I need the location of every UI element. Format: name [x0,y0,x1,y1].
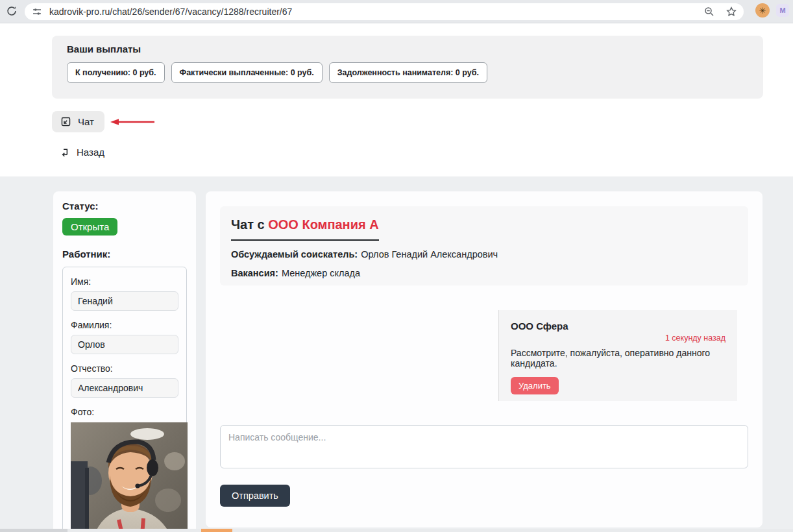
candidate-line: Обсуждаемый соискатель:Орлов Генадий Але… [231,249,737,260]
middle-name-field[interactable] [71,378,178,398]
payment-employer-debt-button[interactable]: Задолженность нанимателя: 0 руб. [329,62,487,83]
vacancy-line: Вакансия:Менеджер склада [231,268,737,278]
worker-photo [71,422,188,532]
extension-orange-icon[interactable]: ✳ [755,3,770,18]
app-screen: kadrovik-pro.ru/chat/26/sender/67/vacanc… [0,0,793,532]
chat-title: Чат с ООО Компания А [231,217,379,241]
delete-message-button[interactable]: Удалить [511,377,559,394]
payment-actually-paid-button[interactable]: Фактически выплаченные: 0 руб. [171,62,323,83]
browser-extensions: ✳ M [755,3,789,18]
zoom-out-icon[interactable] [703,6,715,18]
vacancy-sidebar-card: Статус: Открыта Работник: Имя: Фамилия: … [53,191,196,532]
page-top-section: Ваши выплаты К получению: 0 руб. Фактиче… [0,23,793,176]
bookmark-star-icon[interactable] [726,6,737,18]
back-return-icon [60,147,70,158]
chat-company-name: ООО Компания А [268,217,378,232]
chat-title-prefix: Чат с [231,217,265,232]
chat-button-label: Чат [78,116,94,127]
open-chat-icon [60,116,71,127]
extension-purple-icon[interactable]: M [776,4,789,17]
address-bar[interactable]: kadrovik-pro.ru/chat/26/sender/67/vacanc… [25,3,744,20]
worker-label: Работник: [62,248,187,260]
chat-card: Чат с ООО Компания А Обсуждаемый соискат… [206,191,762,527]
horizontal-scrollbar-thumb[interactable] [201,529,232,532]
vacancy-value: Менеджер склада [282,268,360,278]
chat-toggle-button[interactable]: Чат [52,111,104,132]
candidate-label: Обсуждаемый соискатель: [231,249,358,260]
chat-message: ООО Сфера 1 секунду назад Рассмотрите, п… [498,310,737,401]
back-button[interactable]: Назад [60,147,104,158]
first-name-label: Имя: [71,276,178,287]
annotation-arrow-icon [110,118,156,126]
back-label: Назад [77,147,104,158]
first-name-field[interactable] [71,291,178,311]
worker-photo-image [71,422,188,532]
address-bar-actions [703,6,737,18]
message-author: ООО Сфера [511,320,726,332]
page-main-section: Статус: Открыта Работник: Имя: Фамилия: … [0,176,793,532]
photo-label: Фото: [71,407,178,417]
last-name-field[interactable] [71,335,178,354]
reload-icon[interactable] [4,4,19,19]
message-text: Рассмотрите, пожалуйста, оперативно данн… [511,348,726,369]
payment-to-receive-button[interactable]: К получению: 0 руб. [67,62,165,83]
status-label: Статус: [62,200,187,212]
payments-title: Ваши выплаты [67,43,748,54]
chat-header: Чат с ООО Компания А Обсуждаемый соискат… [220,206,748,285]
last-name-label: Фамилия: [71,320,178,330]
horizontal-scrollbar[interactable] [0,529,793,532]
status-badge[interactable]: Открыта [62,218,117,236]
message-input[interactable] [220,425,748,468]
payments-panel: Ваши выплаты К получению: 0 руб. Фактиче… [52,36,763,99]
url-text[interactable]: kadrovik-pro.ru/chat/26/sender/67/vacanc… [49,6,703,17]
payments-buttons-row: К получению: 0 руб. Фактически выплаченн… [67,62,748,83]
message-timestamp: 1 секунду назад [511,333,726,343]
browser-toolbar: kadrovik-pro.ru/chat/26/sender/67/vacanc… [0,0,793,23]
reload-icon [6,5,18,17]
site-settings-icon[interactable] [31,6,43,18]
send-button[interactable]: Отправить [220,485,290,507]
horizontal-scrollbar-shade [0,529,67,532]
worker-details-box: Имя: Фамилия: Отчество: Фото: [62,267,187,532]
vacancy-label: Вакансия: [231,268,278,278]
middle-name-label: Отчество: [71,363,178,374]
candidate-value: Орлов Генадий Александрович [361,249,498,260]
